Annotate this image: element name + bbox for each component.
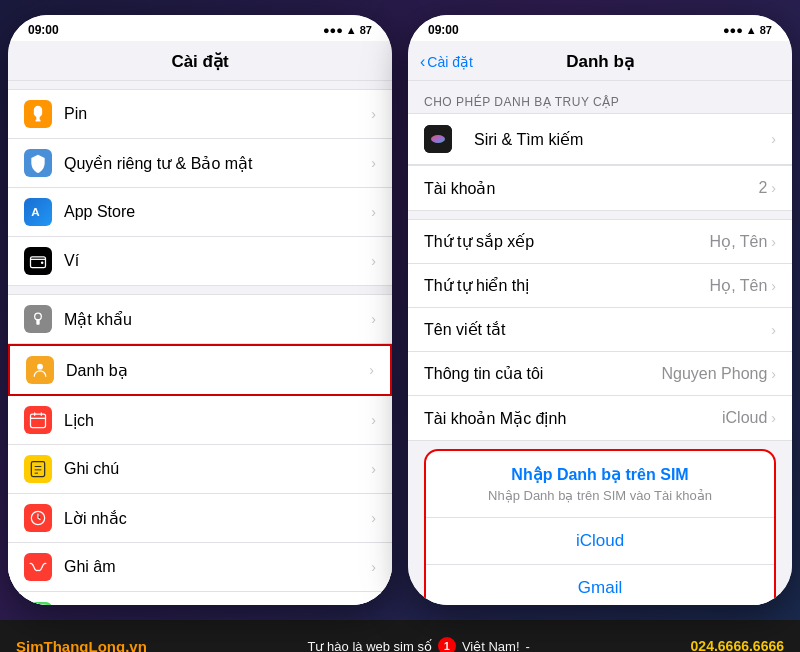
modal-header: Nhập Danh bạ trên SIM Nhập Danh bạ trên … (426, 451, 774, 509)
contacts-icon (26, 356, 54, 384)
svg-point-8 (37, 364, 43, 370)
account-group: Tài khoản 2 › (408, 165, 792, 211)
account-item[interactable]: Tài khoản 2 › (408, 166, 792, 210)
reminders-icon (24, 504, 52, 532)
wallet-icon (24, 247, 52, 275)
display-order-value: Họ, Tên (710, 276, 768, 295)
left-status-icons: ●●● ▲ 87 (323, 24, 372, 36)
notes-label: Ghi chú (64, 460, 371, 478)
calendar-chevron: › (371, 412, 376, 428)
account-section: Tài khoản 2 › (408, 165, 792, 211)
siri-section: CHO PHÉP DANH BẠ TRUY CẬP Siri & Tìm kiế… (408, 89, 792, 165)
banner-phone: 024.6666.6666 (691, 638, 784, 652)
modal-option-gmail[interactable]: Gmail (426, 565, 774, 605)
privacy-icon (24, 149, 52, 177)
back-button[interactable]: ‹ Cài đặt (420, 53, 473, 71)
settings-item-privacy[interactable]: Quyền riêng tư & Bảo mật › (8, 139, 392, 188)
right-time: 09:00 (428, 23, 459, 37)
my-info-chevron: › (771, 366, 776, 382)
banner-logo: SimThangLong.vn (16, 638, 147, 653)
allow-access-header: CHO PHÉP DANH BẠ TRUY CẬP (408, 89, 792, 113)
left-settings-list[interactable]: Pin › Quyền riêng tư & Bảo mật › A (8, 81, 392, 605)
sort-order-item[interactable]: Thứ tự sắp xếp Họ, Tên › (408, 220, 792, 264)
short-name-value-area: › (771, 322, 776, 338)
settings-item-appstore[interactable]: A App Store › (8, 188, 392, 237)
pin-chevron: › (371, 106, 376, 122)
right-signal-icon: ●●● (723, 24, 743, 36)
modal-option-icloud[interactable]: iCloud (426, 518, 774, 565)
password-chevron: › (371, 311, 376, 327)
password-icon (24, 305, 52, 333)
default-account-value-area: iCloud › (722, 409, 776, 427)
display-order-item[interactable]: Thứ tự hiển thị Họ, Tên › (408, 264, 792, 308)
account-chevron: › (771, 180, 776, 196)
password-label: Mật khẩu (64, 310, 371, 329)
sort-order-chevron: › (771, 234, 776, 250)
pin-icon (24, 100, 52, 128)
short-name-label: Tên viết tắt (424, 320, 505, 339)
import-sim-modal: Nhập Danh bạ trên SIM Nhập Danh bạ trên … (408, 449, 792, 605)
right-detail-content: CHO PHÉP DANH BẠ TRUY CẬP Siri & Tìm kiế… (408, 81, 792, 605)
contacts-detail-group: Thứ tự sắp xếp Họ, Tên › Thứ tự hiển thị… (408, 219, 792, 441)
left-nav-title: Cài đặt (171, 52, 228, 71)
settings-item-notes[interactable]: Ghi chú › (8, 445, 392, 494)
default-account-item[interactable]: Tài khoản Mặc định iCloud › (408, 396, 792, 440)
settings-group-mid: Mật khẩu › Danh bạ › Lịch (8, 294, 392, 605)
my-info-label: Thông tin của tôi (424, 364, 543, 383)
privacy-chevron: › (371, 155, 376, 171)
siri-chevron: › (771, 131, 776, 147)
account-count: 2 (758, 179, 767, 197)
wifi-icon: ▲ (346, 24, 357, 36)
reminders-chevron: › (371, 510, 376, 526)
short-name-item[interactable]: Tên viết tắt › (408, 308, 792, 352)
left-phone: 09:00 ●●● ▲ 87 Cài đặt Pin › (8, 15, 392, 605)
default-account-label: Tài khoản Mặc định (424, 409, 566, 428)
account-label: Tài khoản (424, 179, 495, 198)
settings-item-wallet[interactable]: Ví › (8, 237, 392, 285)
sort-order-label: Thứ tự sắp xếp (424, 232, 534, 251)
contacts-label: Danh bạ (66, 361, 369, 380)
settings-item-password[interactable]: Mật khẩu › (8, 295, 392, 344)
sort-order-value-area: Họ, Tên › (710, 232, 776, 251)
siri-group: Siri & Tìm kiếm › (408, 113, 792, 165)
back-chevron-icon: ‹ (420, 53, 425, 71)
left-status-bar: 09:00 ●●● ▲ 87 (8, 15, 392, 41)
voice-icon (24, 553, 52, 581)
svg-rect-9 (31, 414, 46, 427)
settings-item-calendar[interactable]: Lịch › (8, 396, 392, 445)
tagline-text: Tự hào là web sim số (308, 639, 432, 653)
account-value-area: 2 › (758, 179, 776, 197)
right-wifi-icon: ▲ (746, 24, 757, 36)
right-battery-icon: 87 (760, 24, 772, 36)
settings-item-contacts[interactable]: Danh bạ › (8, 344, 392, 396)
battery-icon: 87 (360, 24, 372, 36)
number-one-badge: 1 (438, 637, 456, 652)
siri-label: Siri & Tìm kiếm (474, 130, 583, 149)
siri-item[interactable]: Siri & Tìm kiếm › (408, 114, 792, 164)
svg-point-6 (35, 313, 42, 320)
left-time: 09:00 (28, 23, 59, 37)
calendar-icon (24, 406, 52, 434)
default-account-value: iCloud (722, 409, 767, 427)
reminders-label: Lời nhắc (64, 509, 371, 528)
modal-title: Nhập Danh bạ trên SIM (442, 465, 758, 484)
siri-icon (424, 125, 452, 153)
signal-icon: ●●● (323, 24, 343, 36)
appstore-icon: A (24, 198, 52, 226)
voice-label: Ghi âm (64, 558, 371, 576)
display-order-value-area: Họ, Tên › (710, 276, 776, 295)
settings-item-reminders[interactable]: Lời nhắc › (8, 494, 392, 543)
phone-icon (24, 602, 52, 605)
notes-icon (24, 455, 52, 483)
display-order-chevron: › (771, 278, 776, 294)
modal-subtitle: Nhập Danh bạ trên SIM vào Tài khoản (442, 488, 758, 503)
settings-item-pin[interactable]: Pin › (8, 90, 392, 139)
settings-item-phone[interactable]: Điện thoại › (8, 592, 392, 605)
my-info-value: Nguyen Phong (661, 365, 767, 383)
my-info-value-area: Nguyen Phong › (661, 365, 776, 383)
settings-item-voice[interactable]: Ghi âm › (8, 543, 392, 592)
modal-box: Nhập Danh bạ trên SIM Nhập Danh bạ trên … (424, 449, 776, 605)
wallet-chevron: › (371, 253, 376, 269)
contacts-chevron: › (369, 362, 374, 378)
my-info-item[interactable]: Thông tin của tôi Nguyen Phong › (408, 352, 792, 396)
